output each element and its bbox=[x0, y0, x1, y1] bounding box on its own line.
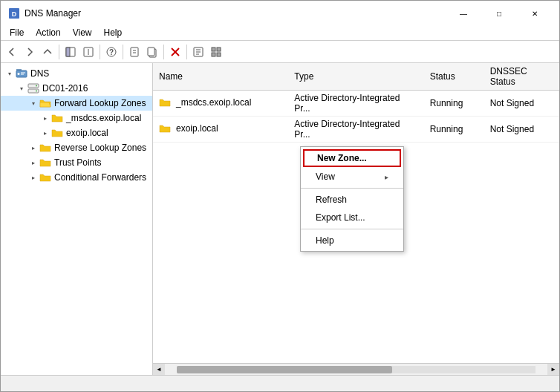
toolbar: ? bbox=[1, 41, 559, 63]
row-icon-exoip: exoip.local bbox=[159, 122, 218, 134]
cell-type-2: Active Directory-Integrated Pr... bbox=[288, 117, 423, 143]
toolbar-new[interactable] bbox=[126, 44, 143, 60]
context-menu: New Zone... View ▸ Refresh Export List..… bbox=[300, 146, 404, 252]
title-bar: D DNS Manager — □ ✕ bbox=[1, 1, 559, 24]
col-status[interactable]: Status bbox=[424, 63, 484, 91]
svg-point-30 bbox=[36, 85, 37, 87]
tree-toggle-conditional[interactable]: ▸ bbox=[27, 172, 39, 183]
menu-help[interactable]: Help bbox=[98, 26, 128, 39]
cell-name-2: exoip.local bbox=[153, 117, 288, 143]
cell-dnssec-2: Not Signed bbox=[484, 117, 559, 143]
scrollbar-thumb[interactable] bbox=[177, 366, 392, 373]
scrollbar-track[interactable] bbox=[177, 366, 535, 373]
tree-toggle-msdcs[interactable]: ▸ bbox=[39, 112, 51, 124]
app-icon: D bbox=[8, 7, 20, 19]
zone-folder-icon bbox=[51, 112, 63, 124]
tree-toggle-forward[interactable]: ▾ bbox=[27, 97, 39, 109]
zone-icon bbox=[51, 127, 63, 139]
tree-panel: ▾ DNS ▾ bbox=[1, 63, 153, 375]
window-title: DNS Manager bbox=[25, 8, 446, 19]
context-menu-new-zone[interactable]: New Zone... bbox=[303, 149, 401, 167]
svg-rect-21 bbox=[212, 53, 215, 56]
window-controls: — □ ✕ bbox=[446, 6, 552, 21]
tree-item-dc01[interactable]: ▾ DC01-2016 bbox=[1, 81, 152, 96]
close-button[interactable]: ✕ bbox=[518, 6, 552, 21]
svg-rect-12 bbox=[148, 48, 154, 56]
col-type[interactable]: Type bbox=[288, 63, 423, 91]
menu-bar: File Action View Help bbox=[1, 24, 559, 41]
tree-item-reverse[interactable]: ▸ Reverse Lookup Zones bbox=[1, 140, 152, 155]
toolbar-forward[interactable] bbox=[22, 44, 38, 60]
cell-status-2: Running bbox=[424, 117, 484, 143]
maximize-button[interactable]: □ bbox=[482, 6, 516, 21]
toolbar-copy[interactable] bbox=[144, 44, 160, 60]
content-panel: Name Type Status DNSSEC Status bbox=[153, 63, 559, 375]
svg-text:D: D bbox=[12, 10, 17, 18]
toolbar-list[interactable] bbox=[208, 44, 224, 60]
context-menu-view[interactable]: View ▸ bbox=[301, 168, 403, 186]
toolbar-sep-1 bbox=[59, 45, 59, 59]
dns-icon bbox=[16, 68, 27, 79]
tree-label-forward: Forward Lookup Zones bbox=[54, 98, 146, 108]
col-dnssec[interactable]: DNSSEC Status bbox=[484, 63, 559, 91]
h-scrollbar[interactable]: ◄ ► bbox=[153, 363, 559, 375]
tree-item-dns[interactable]: ▾ DNS bbox=[1, 66, 152, 81]
tree-label-dns: DNS bbox=[30, 68, 49, 79]
table-row[interactable]: _msdcs.exoip.local Active Directory-Inte… bbox=[153, 91, 559, 117]
context-menu-sep-1 bbox=[301, 188, 403, 189]
svg-rect-8 bbox=[131, 48, 138, 56]
scroll-left[interactable]: ◄ bbox=[153, 364, 165, 376]
menu-file[interactable]: File bbox=[4, 26, 30, 39]
folder-closed-icon bbox=[39, 142, 51, 154]
toolbar-help[interactable]: ? bbox=[103, 44, 120, 60]
tree-item-trust[interactable]: ▸ Trust Points bbox=[1, 155, 152, 170]
toolbar-show-hide[interactable] bbox=[62, 44, 79, 60]
tree-toggle-dc01[interactable]: ▾ bbox=[16, 82, 27, 94]
tree-toggle-trust[interactable]: ▸ bbox=[27, 157, 39, 169]
toolbar-sep-2 bbox=[100, 45, 100, 59]
status-bar bbox=[1, 375, 559, 391]
scroll-right[interactable]: ► bbox=[547, 364, 559, 376]
cond-folder-icon bbox=[39, 172, 51, 183]
toolbar-properties[interactable] bbox=[190, 44, 206, 60]
tree-item-msdcs[interactable]: ▸ _msdcs.exoip.local bbox=[1, 111, 152, 125]
context-menu-refresh[interactable]: Refresh bbox=[301, 191, 403, 209]
tree-label-reverse: Reverse Lookup Zones bbox=[54, 143, 146, 153]
toolbar-up2[interactable] bbox=[80, 44, 97, 60]
toolbar-sep-3 bbox=[123, 45, 123, 59]
minimize-button[interactable]: — bbox=[446, 6, 481, 21]
menu-action[interactable]: Action bbox=[30, 26, 66, 39]
tree-label-trust: Trust Points bbox=[54, 157, 102, 168]
context-menu-help[interactable]: Help bbox=[301, 232, 403, 249]
svg-point-31 bbox=[36, 91, 37, 92]
tree-label-msdcs: _msdcs.exoip.local bbox=[66, 113, 141, 123]
svg-rect-3 bbox=[66, 48, 70, 56]
cell-status-1: Running bbox=[424, 91, 484, 117]
toolbar-up[interactable] bbox=[39, 44, 56, 60]
folder-open-icon bbox=[39, 97, 51, 109]
context-menu-export[interactable]: Export List... bbox=[301, 209, 403, 226]
trust-folder-icon bbox=[39, 157, 51, 169]
tree-toggle-exoip[interactable]: ▸ bbox=[39, 127, 51, 139]
cell-name-1: _msdcs.exoip.local bbox=[153, 91, 288, 117]
tree-toggle-reverse[interactable]: ▸ bbox=[27, 142, 39, 154]
col-name[interactable]: Name bbox=[153, 63, 288, 91]
tree-item-forward-lookup[interactable]: ▾ Forward Lookup Zones bbox=[1, 96, 152, 111]
tree-toggle-dns[interactable]: ▾ bbox=[4, 68, 16, 79]
toolbar-delete[interactable] bbox=[167, 44, 183, 60]
svg-rect-20 bbox=[217, 48, 221, 51]
tree-item-conditional[interactable]: ▸ Conditional Forwarders bbox=[1, 170, 152, 185]
tree-label-conditional: Conditional Forwarders bbox=[54, 172, 146, 183]
table-row[interactable]: exoip.local Active Directory-Integrated … bbox=[153, 117, 559, 143]
server-icon bbox=[27, 82, 39, 94]
cell-dnssec-1: Not Signed bbox=[484, 91, 559, 117]
dns-manager-window: D DNS Manager — □ ✕ File Action View Hel… bbox=[0, 0, 560, 392]
svg-point-24 bbox=[18, 73, 20, 75]
toolbar-sep-5 bbox=[186, 45, 187, 59]
toolbar-back[interactable] bbox=[4, 44, 20, 60]
tree-item-exoip[interactable]: ▸ exoip.local bbox=[1, 125, 152, 140]
menu-view[interactable]: View bbox=[67, 26, 98, 39]
submenu-arrow: ▸ bbox=[385, 173, 388, 181]
svg-text:?: ? bbox=[109, 48, 114, 56]
toolbar-sep-4 bbox=[163, 45, 164, 59]
